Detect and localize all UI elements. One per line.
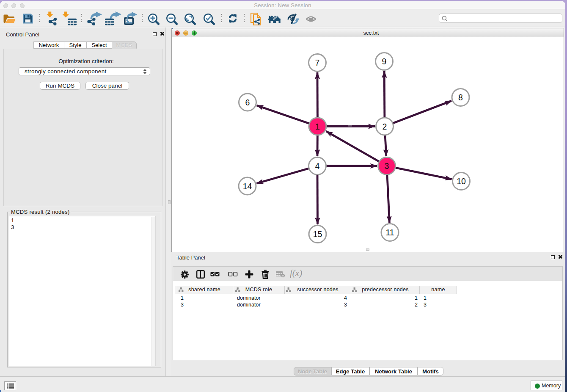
svg-text:8: 8 <box>458 93 463 102</box>
svg-text:14: 14 <box>243 182 252 191</box>
svg-text:3: 3 <box>385 161 389 171</box>
svg-text:1: 1 <box>315 122 320 131</box>
svg-text:11: 11 <box>385 228 394 237</box>
svg-text:6: 6 <box>245 98 250 107</box>
svg-text:15: 15 <box>313 229 322 239</box>
svg-text:4: 4 <box>315 161 320 171</box>
svg-text:10: 10 <box>457 177 466 186</box>
svg-text:7: 7 <box>315 58 320 67</box>
svg-text:2: 2 <box>383 122 387 131</box>
svg-text:9: 9 <box>382 57 387 66</box>
